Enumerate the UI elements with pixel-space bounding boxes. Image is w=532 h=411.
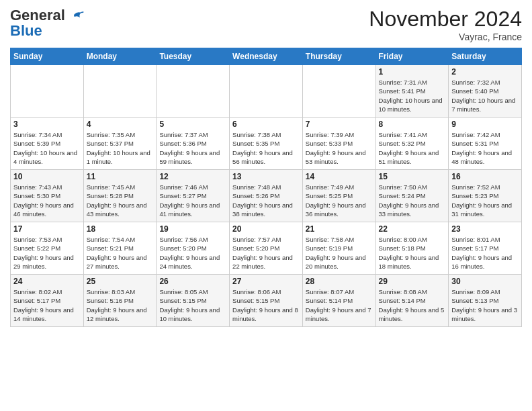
location: Vayrac, France (369, 32, 522, 42)
day-number: 9 (451, 120, 519, 129)
weekday-header-cell: Thursday (302, 48, 375, 65)
day-info: Sunrise: 8:05 AM Sunset: 5:15 PM Dayligh… (159, 287, 226, 323)
calendar-cell: 9Sunrise: 7:42 AM Sunset: 5:31 PM Daylig… (449, 118, 522, 170)
day-number: 25 (87, 277, 154, 286)
calendar-cell: 22Sunrise: 8:00 AM Sunset: 5:18 PM Dayli… (375, 222, 449, 275)
calendar-table: SundayMondayTuesdayWednesdayThursdayFrid… (10, 48, 522, 327)
day-info: Sunrise: 7:52 AM Sunset: 5:23 PM Dayligh… (451, 183, 519, 218)
day-number: 3 (13, 120, 81, 129)
day-info: Sunrise: 8:09 AM Sunset: 5:13 PM Dayligh… (451, 287, 519, 323)
day-number: 30 (451, 277, 519, 286)
day-info: Sunrise: 7:41 AM Sunset: 5:32 PM Dayligh… (379, 130, 446, 166)
calendar-week-row: 10Sunrise: 7:43 AM Sunset: 5:30 PM Dayli… (11, 170, 522, 222)
day-info: Sunrise: 7:35 AM Sunset: 5:37 PM Dayligh… (87, 130, 154, 166)
calendar-cell (11, 65, 84, 118)
day-number: 6 (232, 120, 300, 129)
day-number: 28 (306, 277, 373, 286)
calendar-cell: 28Sunrise: 8:07 AM Sunset: 5:14 PM Dayli… (302, 275, 375, 327)
calendar-cell (83, 65, 157, 118)
calendar-cell: 24Sunrise: 8:02 AM Sunset: 5:17 PM Dayli… (11, 275, 84, 327)
day-info: Sunrise: 8:08 AM Sunset: 5:14 PM Dayligh… (379, 287, 446, 323)
day-number: 20 (232, 224, 300, 234)
header: General Blue November 2024 Vayrac, Franc… (10, 7, 522, 42)
calendar-cell (302, 65, 375, 118)
calendar-cell: 2Sunrise: 7:32 AM Sunset: 5:40 PM Daylig… (449, 65, 522, 118)
day-number: 8 (379, 120, 446, 129)
day-number: 21 (306, 224, 373, 234)
main-container: General Blue November 2024 Vayrac, Franc… (0, 0, 532, 334)
calendar-cell: 19Sunrise: 7:56 AM Sunset: 5:20 PM Dayli… (157, 222, 230, 275)
day-number: 12 (159, 172, 226, 181)
calendar-cell (230, 65, 303, 118)
day-number: 27 (232, 277, 300, 286)
day-number: 11 (87, 172, 154, 181)
day-info: Sunrise: 8:03 AM Sunset: 5:16 PM Dayligh… (87, 287, 154, 323)
weekday-header-cell: Tuesday (157, 48, 230, 65)
weekday-header-cell: Saturday (449, 48, 522, 65)
day-info: Sunrise: 7:56 AM Sunset: 5:20 PM Dayligh… (159, 235, 226, 271)
calendar-cell: 12Sunrise: 7:46 AM Sunset: 5:27 PM Dayli… (157, 170, 230, 222)
weekday-header-cell: Wednesday (230, 48, 303, 65)
day-info: Sunrise: 7:38 AM Sunset: 5:35 PM Dayligh… (232, 130, 300, 166)
day-number: 10 (13, 172, 81, 181)
calendar-cell: 17Sunrise: 7:53 AM Sunset: 5:22 PM Dayli… (11, 222, 84, 275)
day-number: 1 (379, 67, 446, 77)
calendar-week-row: 3Sunrise: 7:34 AM Sunset: 5:39 PM Daylig… (11, 118, 522, 170)
day-number: 15 (379, 172, 446, 181)
calendar-cell (157, 65, 230, 118)
calendar-cell: 20Sunrise: 7:57 AM Sunset: 5:20 PM Dayli… (230, 222, 303, 275)
day-info: Sunrise: 7:31 AM Sunset: 5:41 PM Dayligh… (379, 78, 446, 113)
calendar-week-row: 24Sunrise: 8:02 AM Sunset: 5:17 PM Dayli… (11, 275, 522, 327)
day-info: Sunrise: 7:50 AM Sunset: 5:24 PM Dayligh… (379, 183, 446, 218)
calendar-cell: 25Sunrise: 8:03 AM Sunset: 5:16 PM Dayli… (83, 275, 157, 327)
month-title: November 2024 (369, 7, 522, 32)
logo: General Blue (10, 7, 84, 40)
day-info: Sunrise: 8:01 AM Sunset: 5:17 PM Dayligh… (451, 235, 519, 271)
calendar-cell: 10Sunrise: 7:43 AM Sunset: 5:30 PM Dayli… (11, 170, 84, 222)
weekday-header-row: SundayMondayTuesdayWednesdayThursdayFrid… (11, 48, 522, 65)
day-number: 29 (379, 277, 446, 286)
calendar-cell: 15Sunrise: 7:50 AM Sunset: 5:24 PM Dayli… (375, 170, 449, 222)
day-info: Sunrise: 7:37 AM Sunset: 5:36 PM Dayligh… (159, 130, 226, 166)
day-info: Sunrise: 7:57 AM Sunset: 5:20 PM Dayligh… (232, 235, 300, 271)
day-number: 17 (13, 224, 81, 234)
day-number: 19 (159, 224, 226, 234)
calendar-cell: 1Sunrise: 7:31 AM Sunset: 5:41 PM Daylig… (375, 65, 449, 118)
bird-icon (69, 10, 84, 25)
day-number: 22 (379, 224, 446, 234)
day-info: Sunrise: 7:39 AM Sunset: 5:33 PM Dayligh… (306, 130, 373, 166)
day-number: 23 (451, 224, 519, 234)
day-info: Sunrise: 7:54 AM Sunset: 5:21 PM Dayligh… (87, 235, 154, 271)
day-info: Sunrise: 7:53 AM Sunset: 5:22 PM Dayligh… (13, 235, 81, 271)
calendar-cell: 7Sunrise: 7:39 AM Sunset: 5:33 PM Daylig… (302, 118, 375, 170)
day-info: Sunrise: 7:34 AM Sunset: 5:39 PM Dayligh… (13, 130, 81, 166)
day-number: 5 (159, 120, 226, 129)
day-info: Sunrise: 8:02 AM Sunset: 5:17 PM Dayligh… (13, 287, 81, 323)
day-info: Sunrise: 8:00 AM Sunset: 5:18 PM Dayligh… (379, 235, 446, 271)
day-info: Sunrise: 7:42 AM Sunset: 5:31 PM Dayligh… (451, 130, 519, 166)
day-info: Sunrise: 7:49 AM Sunset: 5:25 PM Dayligh… (306, 183, 373, 218)
title-block: November 2024 Vayrac, France (369, 7, 522, 42)
day-number: 18 (87, 224, 154, 234)
day-info: Sunrise: 7:45 AM Sunset: 5:28 PM Dayligh… (87, 183, 154, 218)
day-info: Sunrise: 7:58 AM Sunset: 5:19 PM Dayligh… (306, 235, 373, 271)
calendar-cell: 14Sunrise: 7:49 AM Sunset: 5:25 PM Dayli… (302, 170, 375, 222)
day-number: 7 (306, 120, 373, 129)
day-number: 4 (87, 120, 154, 129)
day-info: Sunrise: 8:06 AM Sunset: 5:15 PM Dayligh… (232, 287, 300, 323)
calendar-cell: 16Sunrise: 7:52 AM Sunset: 5:23 PM Dayli… (449, 170, 522, 222)
calendar-cell: 18Sunrise: 7:54 AM Sunset: 5:21 PM Dayli… (83, 222, 157, 275)
day-info: Sunrise: 7:48 AM Sunset: 5:26 PM Dayligh… (232, 183, 300, 218)
weekday-header-cell: Sunday (11, 48, 84, 65)
calendar-cell: 29Sunrise: 8:08 AM Sunset: 5:14 PM Dayli… (375, 275, 449, 327)
day-number: 26 (159, 277, 226, 286)
logo-blue: Blue (10, 22, 42, 40)
calendar-cell: 26Sunrise: 8:05 AM Sunset: 5:15 PM Dayli… (157, 275, 230, 327)
day-info: Sunrise: 7:32 AM Sunset: 5:40 PM Dayligh… (451, 78, 519, 113)
weekday-header-cell: Monday (83, 48, 157, 65)
calendar-cell: 13Sunrise: 7:48 AM Sunset: 5:26 PM Dayli… (230, 170, 303, 222)
day-info: Sunrise: 8:07 AM Sunset: 5:14 PM Dayligh… (306, 287, 373, 323)
calendar-cell: 5Sunrise: 7:37 AM Sunset: 5:36 PM Daylig… (157, 118, 230, 170)
calendar-body: 1Sunrise: 7:31 AM Sunset: 5:41 PM Daylig… (11, 65, 522, 327)
day-number: 14 (306, 172, 373, 181)
